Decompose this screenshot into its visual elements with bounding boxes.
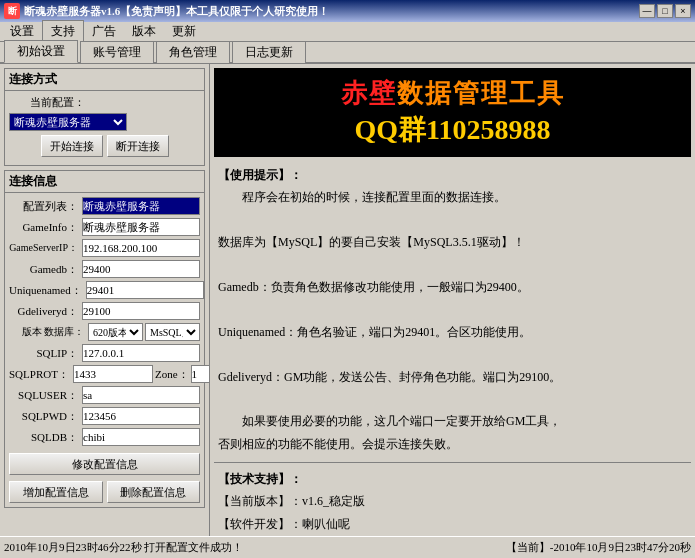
- gdeliveryd-row: Gdeliveryd：: [9, 302, 200, 320]
- window-title: 断魂赤壁服务器v1.6【免责声明】本工具仅限于个人研究使用！: [24, 4, 639, 19]
- left-panel: 连接方式 当前配置： 断魂赤壁服务器 开始连接 断开连接 连接信息: [0, 64, 210, 536]
- add-config-button[interactable]: 增加配置信息: [9, 481, 103, 503]
- support-developer: 【软件开发】：喇叭仙呢: [218, 514, 687, 534]
- sqluser-input[interactable]: [82, 386, 200, 404]
- support-section: 【技术支持】： 【当前版本】：v1.6_稳定版 【软件开发】：喇叭仙呢 【联系Q…: [214, 467, 691, 536]
- delete-config-button[interactable]: 删除配置信息: [107, 481, 201, 503]
- gamedb-row: Gamedb：: [9, 260, 200, 278]
- config-list-input[interactable]: [82, 197, 200, 215]
- tab-log-update[interactable]: 日志更新: [232, 41, 306, 63]
- info-section: 连接信息 配置列表： GameInfo： GameServerIP： Gamed…: [4, 170, 205, 508]
- window-controls: — □ ×: [639, 4, 691, 18]
- sqldb-label: SQLDB：: [9, 430, 82, 445]
- tab-role-management[interactable]: 角色管理: [156, 41, 230, 63]
- close-button[interactable]: ×: [675, 4, 691, 18]
- tips-title: 【使用提示】：: [218, 165, 687, 185]
- sqldb-row: SQLDB：: [9, 428, 200, 446]
- connect-section: 连接方式 当前配置： 断魂赤壁服务器 开始连接 断开连接: [4, 68, 205, 166]
- config-select[interactable]: 断魂赤壁服务器: [9, 113, 127, 131]
- tab-initial-settings[interactable]: 初始设置: [4, 40, 78, 63]
- app-icon: 断: [4, 3, 20, 19]
- title-bar: 断 断魂赤壁服务器v1.6【免责声明】本工具仅限于个人研究使用！ — □ ×: [0, 0, 695, 22]
- status-right: 【当前】-2010年10月9日23时47分20秒: [506, 540, 691, 555]
- restore-button[interactable]: □: [657, 4, 673, 18]
- banner-title: 赤壁数据管理工具: [218, 76, 687, 111]
- gameserverip-row: GameServerIP：: [9, 239, 200, 257]
- sqlpwd-row: SQLPWD：: [9, 407, 200, 425]
- tips-line-3: 数据库为【MySQL】的要自己安装【MySQL3.5.1驱动】！: [218, 232, 687, 252]
- uniquenamed-row: Uniquenamed：: [9, 281, 200, 299]
- current-config-label: 当前配置：: [9, 95, 89, 110]
- db-selects: 620版本 621版本 MsSQL库 MySQL库: [88, 323, 200, 341]
- sqlprot-input[interactable]: [73, 365, 153, 383]
- gdeliveryd-input[interactable]: [82, 302, 200, 320]
- menu-update[interactable]: 更新: [164, 21, 204, 42]
- support-title: 【技术支持】：: [218, 469, 687, 489]
- tips-line-10: [218, 389, 687, 409]
- tab-bar: 初始设置 账号管理 角色管理 日志更新: [0, 42, 695, 64]
- menu-bar: 设置 支持 广告 版本 更新: [0, 22, 695, 42]
- disconnect-button[interactable]: 断开连接: [107, 135, 169, 157]
- tips-section: 【使用提示】： 程序会在初始的时候，连接配置里面的数据连接。 数据库为【MySQ…: [214, 163, 691, 458]
- zone-label: Zone：: [155, 367, 189, 382]
- minimize-button[interactable]: —: [639, 4, 655, 18]
- tab-account-management[interactable]: 账号管理: [80, 41, 154, 63]
- tips-line-2: [218, 210, 687, 230]
- info-section-title: 连接信息: [5, 171, 204, 193]
- tips-line-12: 否则相应的功能不能使用。会提示连接失败。: [218, 434, 687, 454]
- info-section-content: 配置列表： GameInfo： GameServerIP： Gamedb： Un…: [5, 193, 204, 507]
- gameserverip-input[interactable]: [82, 239, 200, 257]
- menu-ad[interactable]: 广告: [84, 21, 124, 42]
- db-version-label: 版本 数据库：: [9, 325, 88, 339]
- sqlip-input[interactable]: [82, 344, 200, 362]
- sqluser-label: SQLUSER：: [9, 388, 82, 403]
- modify-config-button[interactable]: 修改配置信息: [9, 453, 200, 475]
- gamedb-input[interactable]: [82, 260, 200, 278]
- status-left: 2010年10月9日23时46分22秒 打开配置文件成功！: [4, 540, 498, 555]
- tips-line-1: 程序会在初始的时候，连接配置里面的数据连接。: [218, 187, 687, 207]
- tips-line-4: [218, 255, 687, 275]
- main-content: 连接方式 当前配置： 断魂赤壁服务器 开始连接 断开连接 连接信息: [0, 64, 695, 536]
- status-bar: 2010年10月9日23时46分22秒 打开配置文件成功！ 【当前】-2010年…: [0, 536, 695, 558]
- gamedb-label: Gamedb：: [9, 262, 82, 277]
- tips-line-6: [218, 299, 687, 319]
- banner: 赤壁数据管理工具 QQ群110258988: [214, 68, 691, 157]
- zone-input[interactable]: [191, 365, 210, 383]
- tips-line-7: Uniquenamed：角色名验证，端口为29401。合区功能使用。: [218, 322, 687, 342]
- right-panel: 赤壁数据管理工具 QQ群110258988 【使用提示】： 程序会在初始的时候，…: [210, 64, 695, 536]
- config-list-label: 配置列表：: [9, 199, 82, 214]
- gameinfo-input[interactable]: [82, 218, 200, 236]
- connect-section-content: 当前配置： 断魂赤壁服务器 开始连接 断开连接: [5, 91, 204, 165]
- uniquenamed-input[interactable]: [86, 281, 204, 299]
- config-select-row: 断魂赤壁服务器: [9, 113, 200, 131]
- sqlprot-row: SQLPROT： Zone：: [9, 365, 200, 383]
- gameserverip-label: GameServerIP：: [9, 241, 82, 255]
- current-config-row: 当前配置：: [9, 95, 200, 110]
- uniquenamed-label: Uniquenamed：: [9, 283, 86, 298]
- support-version: 【当前版本】：v1.6_稳定版: [218, 491, 687, 511]
- connect-section-title: 连接方式: [5, 69, 204, 91]
- sqluser-row: SQLUSER：: [9, 386, 200, 404]
- menu-version[interactable]: 版本: [124, 21, 164, 42]
- config-list-row: 配置列表：: [9, 197, 200, 215]
- sqlprot-label: SQLPROT：: [9, 367, 73, 382]
- db-type-select[interactable]: MsSQL库 MySQL库: [145, 323, 200, 341]
- tips-line-11: 如果要使用必要的功能，这几个端口一定要开放给GM工具，: [218, 411, 687, 431]
- sqlpwd-label: SQLPWD：: [9, 409, 82, 424]
- divider: [214, 462, 691, 463]
- tips-line-8: [218, 344, 687, 364]
- connect-buttons: 开始连接 断开连接: [9, 135, 200, 157]
- start-connect-button[interactable]: 开始连接: [41, 135, 103, 157]
- db-version-row: 版本 数据库： 620版本 621版本 MsSQL库 MySQL库: [9, 323, 200, 341]
- sqlpwd-input[interactable]: [82, 407, 200, 425]
- sqldb-input[interactable]: [82, 428, 200, 446]
- db-version-select[interactable]: 620版本 621版本: [88, 323, 143, 341]
- menu-settings[interactable]: 设置: [2, 21, 42, 42]
- gameinfo-label: GameInfo：: [9, 220, 82, 235]
- tips-line-9: Gdeliveryd：GM功能，发送公告、封停角色功能。端口为29100。: [218, 367, 687, 387]
- gdeliveryd-label: Gdeliveryd：: [9, 304, 82, 319]
- banner-qq: QQ群110258988: [218, 111, 687, 149]
- sqlip-row: SQLIP：: [9, 344, 200, 362]
- tips-line-5: Gamedb：负责角色数据修改功能使用，一般端口为29400。: [218, 277, 687, 297]
- gameinfo-row: GameInfo：: [9, 218, 200, 236]
